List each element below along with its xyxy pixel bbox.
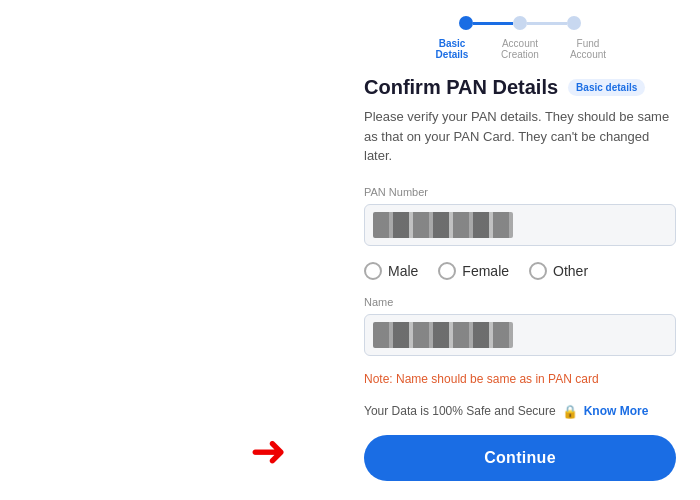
gender-other-label: Other [553, 263, 588, 279]
pan-note: Note: Name should be same as in PAN card [364, 372, 676, 386]
gender-male[interactable]: Male [364, 262, 418, 280]
step-line-2 [527, 22, 567, 25]
step-3-label: FundAccount [554, 38, 622, 60]
header-row: Confirm PAN Details Basic details [364, 76, 676, 99]
step-badge: Basic details [568, 79, 645, 96]
name-label: Name [364, 296, 676, 308]
safety-text: Your Data is 100% Safe and Secure [364, 404, 556, 418]
step-1-dot [459, 16, 473, 30]
step-line-1 [473, 22, 513, 25]
step-2-dot [513, 16, 527, 30]
arrow-indicator: ➜ [250, 429, 287, 473]
gender-female[interactable]: Female [438, 262, 509, 280]
gender-row: Male Female Other [364, 262, 676, 280]
know-more-link[interactable]: Know More [584, 404, 649, 418]
safety-row: Your Data is 100% Safe and Secure 🔒 Know… [364, 404, 676, 419]
radio-male-circle [364, 262, 382, 280]
page-title: Confirm PAN Details [364, 76, 558, 99]
gender-female-label: Female [462, 263, 509, 279]
pan-input-box[interactable] [364, 204, 676, 246]
gender-other[interactable]: Other [529, 262, 588, 280]
red-arrow-icon: ➜ [250, 426, 287, 475]
pan-label: PAN Number [364, 186, 676, 198]
subtitle-text: Please verify your PAN details. They sho… [364, 107, 676, 166]
progress-steps [364, 16, 676, 30]
name-input-box[interactable] [364, 314, 676, 356]
steps-labels: BasicDetails AccountCreation FundAccount [364, 38, 676, 60]
radio-female-circle [438, 262, 456, 280]
lock-icon: 🔒 [562, 404, 578, 419]
step-3-dot [567, 16, 581, 30]
pan-redacted [373, 212, 513, 238]
step-1-label: BasicDetails [418, 38, 486, 60]
continue-button[interactable]: Continue [364, 435, 676, 481]
radio-other-circle [529, 262, 547, 280]
gender-male-label: Male [388, 263, 418, 279]
step-2-label: AccountCreation [486, 38, 554, 60]
name-redacted [373, 322, 513, 348]
